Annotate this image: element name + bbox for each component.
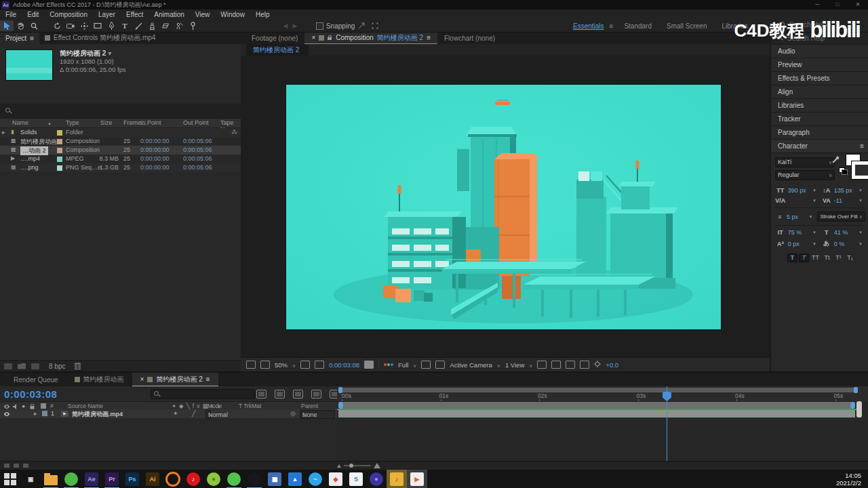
menu-item-help[interactable]: Help	[250, 11, 275, 18]
leading-value[interactable]: 135 px	[834, 187, 856, 194]
menu-item-effect[interactable]: Effect	[121, 11, 149, 18]
fast-previews-icon[interactable]	[551, 361, 561, 369]
menu-item-layer[interactable]: Layer	[93, 11, 121, 18]
item-label-swatch[interactable]	[57, 139, 62, 144]
new-folder-icon[interactable]	[18, 363, 26, 369]
taskbar-camera-app[interactable]: ●	[366, 470, 387, 488]
frame-blending-icon[interactable]	[311, 390, 321, 399]
zoom-in-icon[interactable]	[374, 463, 380, 468]
snapshot-icon[interactable]	[364, 361, 374, 369]
choose-grid-icon[interactable]	[300, 361, 310, 369]
selection-tool[interactable]	[0, 20, 14, 31]
new-composition-icon[interactable]	[31, 363, 39, 369]
composition-viewport[interactable]	[241, 56, 770, 358]
layer-visibility-icon[interactable]	[3, 410, 10, 417]
mode-column[interactable]: Mode	[208, 403, 222, 409]
superscript-toggle[interactable]: T¹	[833, 253, 844, 262]
chevron-down-icon[interactable]: ▼	[808, 215, 812, 219]
project-item-row[interactable]: ▩ …动画 2 Composition 25 0:00:00:00 0:00:0…	[0, 146, 241, 155]
hand-tool[interactable]	[14, 20, 27, 31]
tab-footage[interactable]: Footage (none)	[245, 32, 304, 44]
camera-tool[interactable]	[64, 20, 77, 31]
all-caps-toggle[interactable]: TT	[810, 253, 821, 262]
layer-name[interactable]: 简约楼房动画.mp4	[72, 410, 123, 419]
layer-parent-select[interactable]: None	[300, 410, 335, 419]
timeline-zoom-control[interactable]	[337, 463, 380, 468]
always-preview-icon[interactable]	[246, 361, 256, 369]
item-label-swatch[interactable]	[57, 165, 62, 171]
chevron-down-icon[interactable]	[413, 361, 416, 369]
tab-comp-1[interactable]: 简约楼房动画	[66, 373, 132, 386]
panel-tracker[interactable]: Tracker	[771, 113, 868, 126]
panel-character[interactable]: Character	[771, 140, 868, 153]
magnification-value[interactable]: 50%	[275, 361, 288, 369]
rotation-tool[interactable]	[50, 20, 64, 31]
reset-exposure-icon[interactable]	[594, 361, 601, 369]
exposure-value[interactable]: +0.0	[606, 361, 618, 369]
panel-menu-icon[interactable]	[206, 375, 210, 383]
puppet-pin-tool[interactable]	[186, 20, 199, 31]
taskbar-illustrator[interactable]: Ai	[142, 470, 163, 488]
resolution-value[interactable]: Full	[398, 361, 408, 369]
tab-flowchart[interactable]: Flowchart (none)	[437, 32, 502, 44]
time-navigator-handle[interactable]	[856, 401, 862, 418]
baseline-shift-value[interactable]: 0 px	[788, 241, 810, 247]
taskbar-design-app[interactable]: ◆	[326, 470, 346, 488]
source-name-column[interactable]: Source Name	[68, 403, 103, 409]
taskbar-capture-app[interactable]: ▶	[407, 470, 427, 488]
workspace-small-screen[interactable]: Small Screen	[667, 22, 707, 30]
timeline-button-icon[interactable]	[566, 361, 575, 369]
taskbar-kugou-music[interactable]: ●	[203, 470, 224, 488]
panel-preview[interactable]: Preview	[771, 58, 868, 72]
toggle-mask-icon[interactable]	[315, 361, 324, 369]
right-search[interactable]: Search Help	[771, 32, 868, 45]
maximize-button[interactable]: □	[827, 0, 848, 9]
stroke-mode-select[interactable]: Stroke Over Fill	[817, 211, 865, 222]
taskbar-task-view[interactable]: ▣	[20, 470, 41, 488]
chevron-down-icon[interactable]: ▼	[812, 188, 816, 192]
tab-effect-controls[interactable]: Effect Controls 简约楼房动画.mp4	[39, 32, 161, 44]
pixel-aspect-icon[interactable]	[537, 361, 547, 369]
stroke-color-swatch[interactable]	[852, 161, 868, 179]
layer-expander-icon[interactable]	[34, 410, 37, 417]
col-out-point[interactable]: Out Point	[183, 119, 209, 126]
composition-image[interactable]	[286, 85, 721, 329]
layer-mode-select[interactable]: Normal	[205, 410, 211, 419]
panel-menu-icon[interactable]	[30, 35, 34, 42]
taskbar-photoshop[interactable]: Ps	[122, 470, 142, 488]
font-size-value[interactable]: 390 px	[788, 187, 810, 194]
chevron-down-icon[interactable]	[292, 361, 296, 369]
close-button[interactable]: ✕	[848, 0, 868, 9]
zoom-slider-handle[interactable]	[349, 464, 353, 468]
taskbar-clock[interactable]: 14:05 2021/2/2	[836, 472, 861, 487]
taskbar-after-effects[interactable]: Ae	[81, 470, 102, 488]
row-expander-icon[interactable]: ▸	[2, 129, 5, 136]
zoom-tool[interactable]	[27, 20, 41, 31]
workspace-libraries[interactable]: Libraries	[722, 22, 747, 30]
layer-track-lane[interactable]	[338, 410, 855, 418]
item-name[interactable]: Solids	[20, 129, 37, 136]
region-of-interest-icon[interactable]	[421, 361, 431, 369]
layer-in-handle[interactable]	[338, 402, 343, 409]
project-item-row[interactable]: ▸ ▮ Solids Folder ⁂	[0, 128, 241, 137]
panel-menu-icon[interactable]	[427, 34, 431, 41]
font-style-select[interactable]: Regular	[775, 170, 835, 180]
item-label-swatch[interactable]	[57, 157, 62, 162]
parent-column[interactable]: Parent	[301, 403, 318, 409]
workspace-menu-icon[interactable]	[610, 22, 614, 30]
tsume-value[interactable]: 0 %	[834, 241, 856, 247]
roto-brush-tool[interactable]	[172, 20, 186, 31]
view-layout-value[interactable]: 1 View	[505, 361, 524, 369]
taskbar-search-tool[interactable]	[163, 470, 183, 488]
item-label-swatch[interactable]	[57, 148, 62, 153]
current-time-display[interactable]: 0:00:03:08	[329, 361, 359, 369]
flowchart-button-icon[interactable]	[580, 361, 589, 369]
delete-icon[interactable]	[75, 362, 81, 371]
panel-audio[interactable]: Audio	[771, 45, 868, 58]
type-tool[interactable]: T	[118, 20, 132, 31]
chevron-down-icon[interactable]: ▼	[859, 199, 863, 203]
tab-render-queue[interactable]: Render Queue	[5, 373, 66, 386]
workspace-essentials[interactable]: Essentials	[573, 22, 604, 30]
font-family-select[interactable]: KaiTi	[775, 157, 835, 167]
small-caps-toggle[interactable]: Tt	[822, 253, 832, 262]
